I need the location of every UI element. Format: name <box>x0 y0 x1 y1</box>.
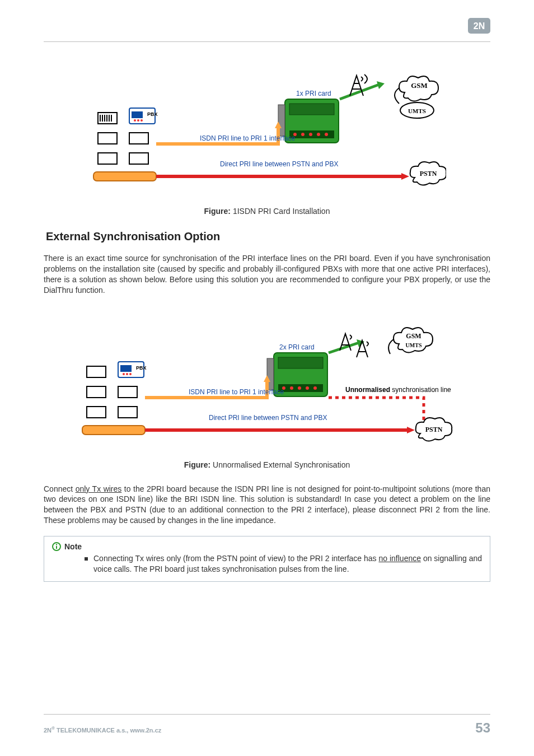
figure-1: PBX 1x PRI card ISDN PRI line to PRI 1 i… <box>44 72 490 216</box>
svg-rect-51 <box>82 426 145 435</box>
note-pre: Connecting Tx wires only (from the PSTN … <box>93 554 378 563</box>
svg-rect-42 <box>118 386 137 398</box>
svg-marker-64 <box>407 427 415 433</box>
svg-point-27 <box>325 133 328 136</box>
svg-text:1x PRI card: 1x PRI card <box>296 90 331 97</box>
svg-point-59 <box>306 386 309 390</box>
paragraph-tx-wires: Connect only Tx wires to the 2PRI board … <box>44 484 490 526</box>
figure-text: 1ISDN PRI Card Installation <box>231 207 330 216</box>
svg-point-57 <box>290 386 293 390</box>
svg-text:PBX: PBX <box>136 365 147 371</box>
para2-underline: only Tx wires <box>76 484 122 493</box>
figure-1-caption: Figure: 1ISDN PRI Card Installation <box>44 207 490 216</box>
svg-point-47 <box>123 373 125 375</box>
svg-point-58 <box>298 386 301 390</box>
paragraph-sync-intro: There is an exact time source for synchr… <box>44 253 490 296</box>
figure-label: Figure: <box>204 207 231 216</box>
svg-point-14 <box>134 119 136 122</box>
svg-rect-43 <box>87 407 106 418</box>
figure-text: Unnormalised External Synchronisation <box>210 460 350 469</box>
svg-text:PSTN: PSTN <box>420 170 437 178</box>
svg-rect-75 <box>56 546 57 549</box>
svg-rect-46 <box>120 365 132 372</box>
svg-rect-44 <box>118 407 137 418</box>
svg-point-60 <box>313 386 317 390</box>
note-underline: no influence <box>378 554 421 563</box>
note-item: Connecting Tx wires only (from the PSTN … <box>85 553 482 575</box>
note-title: Note <box>64 542 82 551</box>
svg-text:Direct PRI line between PSTN a: Direct PRI line between PSTN and PBX <box>220 160 338 168</box>
svg-marker-33 <box>377 81 385 89</box>
svg-point-26 <box>317 133 320 136</box>
brand-text: 2N <box>474 21 485 31</box>
figure-label: Figure: <box>184 460 210 469</box>
svg-point-15 <box>137 119 139 122</box>
svg-text:PSTN: PSTN <box>425 426 443 433</box>
para2-pre: Connect <box>44 484 76 493</box>
page-number: 53 <box>475 720 490 736</box>
svg-rect-18 <box>93 172 156 181</box>
brand-logo: 2N <box>468 18 490 36</box>
figure-2-caption: Figure: Unnormalised External Synchronis… <box>44 460 490 469</box>
figure-2: PBX 2x PRI card ISDN PRI line to PRI 1 i… <box>44 326 490 469</box>
svg-text:Direct PRI line between PSTN a: Direct PRI line between PSTN and PBX <box>209 414 327 422</box>
svg-rect-54 <box>278 357 323 368</box>
svg-point-49 <box>129 373 132 375</box>
svg-rect-9 <box>129 133 148 144</box>
svg-rect-10 <box>98 153 117 164</box>
header-divider <box>44 41 490 42</box>
svg-point-25 <box>309 133 312 136</box>
svg-text:UMTS: UMTS <box>408 108 426 114</box>
svg-text:GSM: GSM <box>411 81 428 90</box>
svg-rect-11 <box>129 153 148 164</box>
info-icon <box>52 542 61 551</box>
svg-point-24 <box>301 133 305 136</box>
footer-divider <box>44 714 490 715</box>
note-callout: Note Connecting Tx wires only (from the … <box>44 536 490 582</box>
svg-text:PBX: PBX <box>147 111 158 117</box>
svg-text:ISDN PRI line to PRI 1 interfa: ISDN PRI line to PRI 1 interface <box>189 388 284 396</box>
svg-rect-13 <box>132 111 143 118</box>
page-footer: 2N® TELEKOMUNIKACE a.s., www.2n.cz 53 <box>44 714 490 736</box>
svg-rect-8 <box>98 133 117 144</box>
svg-text:GSM: GSM <box>406 332 421 340</box>
svg-text:ISDN PRI line to PRI 1 interfa: ISDN PRI line to PRI 1 interface <box>200 134 295 142</box>
svg-text:Unnormalised synchronisation l: Unnormalised synchronisation line <box>345 386 451 394</box>
svg-rect-41 <box>87 386 106 398</box>
svg-text:2x PRI card: 2x PRI card <box>279 343 315 351</box>
section-heading-external-sync: External Synchronisation Option <box>46 230 490 243</box>
svg-marker-31 <box>401 173 409 180</box>
svg-point-74 <box>56 544 57 545</box>
svg-point-16 <box>140 119 143 122</box>
svg-rect-40 <box>87 366 106 377</box>
footer-company: 2N® TELEKOMUNIKACE a.s., www.2n.cz <box>44 726 161 734</box>
svg-rect-21 <box>289 104 334 115</box>
svg-text:UMTS: UMTS <box>406 342 422 348</box>
svg-point-48 <box>126 373 128 375</box>
